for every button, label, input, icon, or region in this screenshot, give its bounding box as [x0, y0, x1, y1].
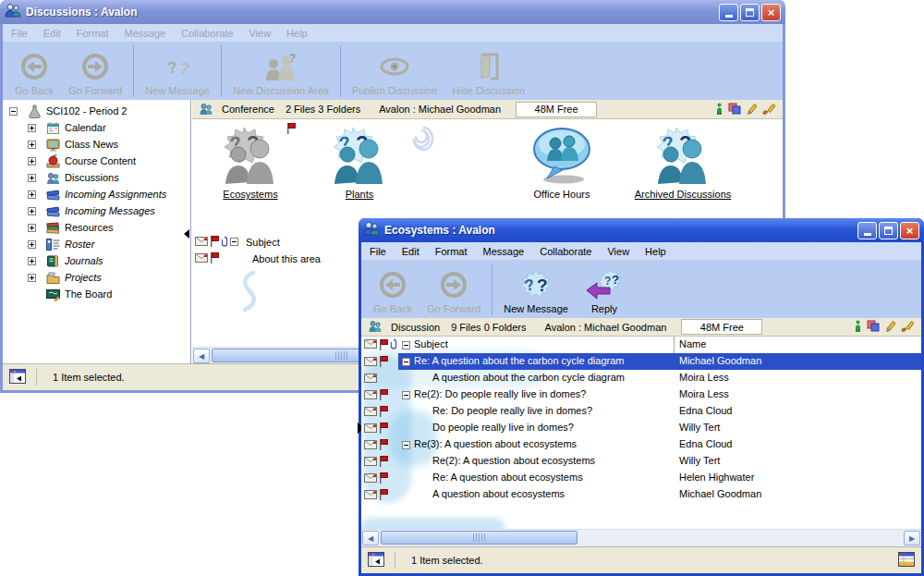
sidebar-item-calendar[interactable]: Calendar: [3, 119, 190, 136]
message-author: Willy Tert: [679, 422, 720, 433]
menu-help[interactable]: Help: [286, 28, 308, 39]
collapse-all-box[interactable]: [402, 340, 410, 351]
menu-edit[interactable]: Edit: [43, 28, 61, 39]
minus-box-expander[interactable]: [9, 107, 18, 116]
message-row-4[interactable]: Re: Do people really live in domes?Edna …: [361, 403, 921, 420]
maximize-button[interactable]: [879, 222, 898, 239]
scroll-left-button[interactable]: ◀: [362, 531, 379, 545]
toolbar-new-message[interactable]: ??New Message: [138, 43, 217, 100]
plus-box-expander[interactable]: [28, 174, 36, 182]
menu-file[interactable]: File: [11, 28, 28, 39]
plus-box-expander[interactable]: [28, 207, 36, 215]
signature-pen-icon[interactable]: [762, 103, 776, 116]
menu-view[interactable]: View: [607, 246, 629, 257]
menu-message[interactable]: Message: [483, 246, 525, 257]
toolbar-go-forward[interactable]: Go Forward: [419, 261, 488, 318]
view-grid-icon[interactable]: [898, 552, 915, 569]
sidebar-item-roster[interactable]: Roster: [3, 236, 190, 252]
toolbar-new-discussion-area[interactable]: ?New Discussion Area: [225, 43, 336, 100]
menu-edit[interactable]: Edit: [402, 246, 419, 257]
collapse-all-box[interactable]: [230, 237, 238, 248]
message-row-3[interactable]: Re(2): Do people really live in domes?Mo…: [361, 386, 921, 403]
free-space-box: 48M Free: [516, 102, 597, 117]
thread-collapse-box[interactable]: [402, 390, 410, 401]
sidebar-item-resources[interactable]: Resources: [3, 219, 190, 236]
plus-box-expander[interactable]: [28, 124, 36, 132]
message-row-6[interactable]: Re(3): A question about ecosystemsEdna C…: [361, 436, 921, 453]
sidebar-item-journals[interactable]: Journals: [3, 252, 190, 269]
tree-item-label: Incoming Messages: [65, 205, 155, 216]
message-row-9[interactable]: A question about ecosystemsMichael Goodm…: [361, 486, 921, 503]
tree-root-sci102-period-2[interactable]: SCI102 - Period 2: [3, 103, 190, 119]
menu-message[interactable]: Message: [125, 28, 166, 39]
message-row-2[interactable]: A question about the carbon cycle diagra…: [361, 370, 921, 386]
message-row-7[interactable]: Re(2): A question about ecosystemsWilly …: [361, 453, 921, 470]
titlebar[interactable]: Discussions : Avalon ×: [0, 0, 785, 24]
close-button[interactable]: ×: [900, 222, 919, 239]
sidebar-item-the-board[interactable]: The Board: [3, 286, 190, 302]
pencil-icon[interactable]: [746, 103, 758, 116]
sidebar-item-incoming-messages[interactable]: Incoming Messages: [3, 202, 190, 219]
titlebar[interactable]: Ecosystems : Avalon ×: [359, 218, 924, 242]
panel-toggle-icon[interactable]: [368, 552, 384, 569]
sidebar-item-projects[interactable]: Projects: [3, 269, 190, 286]
who-is-online-icon[interactable]: [854, 320, 862, 334]
layers-icon[interactable]: [867, 320, 880, 334]
plus-box-expander[interactable]: [28, 157, 36, 165]
conference-item-ecosystems[interactable]: ??Ecosystems: [192, 124, 310, 202]
plus-box-expander[interactable]: [28, 274, 36, 282]
scroll-thumb[interactable]: [381, 531, 578, 545]
sidebar-item-incoming-assignments[interactable]: Incoming Assignments: [3, 186, 190, 202]
close-button[interactable]: ×: [761, 4, 781, 21]
subject-column-header[interactable]: Subject: [414, 338, 448, 349]
toolbar-go-back[interactable]: Go Back: [7, 43, 61, 100]
flag-icon: [210, 236, 219, 249]
minimize-button[interactable]: [857, 222, 877, 239]
sidebar-item-discussions[interactable]: Discussions: [3, 169, 190, 186]
minimize-button[interactable]: [719, 4, 738, 21]
envelope-icon: [364, 423, 377, 435]
toolbar-reply[interactable]: ??Reply: [576, 261, 633, 318]
toolbar-publish-discussion[interactable]: Publish Discussion: [345, 43, 444, 100]
thread-collapse-box[interactable]: [402, 357, 410, 368]
sidebar-item-class-news[interactable]: Class News: [3, 136, 190, 153]
thread-collapse-box[interactable]: [402, 440, 410, 451]
toolbar-new-message[interactable]: ??New Message: [496, 261, 576, 318]
new-message-icon: ??: [516, 267, 556, 302]
menu-view[interactable]: View: [249, 28, 271, 39]
panel-toggle-icon[interactable]: [9, 369, 26, 386]
layers-icon[interactable]: [728, 103, 741, 116]
menu-format[interactable]: Format: [77, 28, 109, 39]
message-row-8[interactable]: Re: A question about ecosystemsHelen Hig…: [361, 470, 921, 486]
toolbar-go-forward[interactable]: Go Forward: [61, 43, 129, 100]
message-row-5[interactable]: Do people really live in domes?Willy Ter…: [361, 420, 921, 436]
toolbar-hide-discussion[interactable]: Hide Discussion: [444, 43, 532, 100]
scroll-right-button[interactable]: ▶: [904, 531, 920, 545]
scroll-left-button[interactable]: ◀: [193, 349, 210, 363]
message-row-1[interactable]: Re: A question about the carbon cycle di…: [361, 353, 921, 370]
column-divider[interactable]: [674, 337, 675, 353]
menu-format[interactable]: Format: [435, 246, 468, 257]
menu-collaborate[interactable]: Collaborate: [540, 246, 591, 257]
menu-help[interactable]: Help: [645, 246, 666, 257]
conference-item-plants[interactable]: ??Plants: [304, 124, 415, 202]
who-is-online-icon[interactable]: [715, 103, 723, 116]
signature-pen-icon[interactable]: [901, 320, 915, 334]
toolbar-go-back[interactable]: Go Back: [366, 261, 419, 318]
plus-box-expander[interactable]: [28, 190, 36, 199]
menu-file[interactable]: File: [370, 246, 386, 257]
plus-box-expander[interactable]: [28, 141, 36, 149]
maximize-button[interactable]: [740, 4, 760, 21]
pencil-icon[interactable]: [884, 320, 896, 334]
menu-collaborate[interactable]: Collaborate: [181, 28, 233, 39]
conference-item-archived-discussions[interactable]: ??Archived Discussions: [604, 124, 761, 202]
plus-box-expander[interactable]: [28, 257, 36, 265]
name-column-header[interactable]: Name: [679, 338, 706, 349]
sidebar-item-course-content[interactable]: Course Content: [3, 153, 190, 169]
plus-box-expander[interactable]: [28, 240, 36, 249]
plus-box-expander[interactable]: [28, 224, 36, 232]
info-bar-icons: [715, 103, 776, 116]
pane-splitter-arrow[interactable]: [184, 229, 189, 239]
horizontal-scrollbar[interactable]: ◀ ▶: [361, 529, 921, 546]
subject-column-header[interactable]: Subject: [246, 237, 280, 248]
